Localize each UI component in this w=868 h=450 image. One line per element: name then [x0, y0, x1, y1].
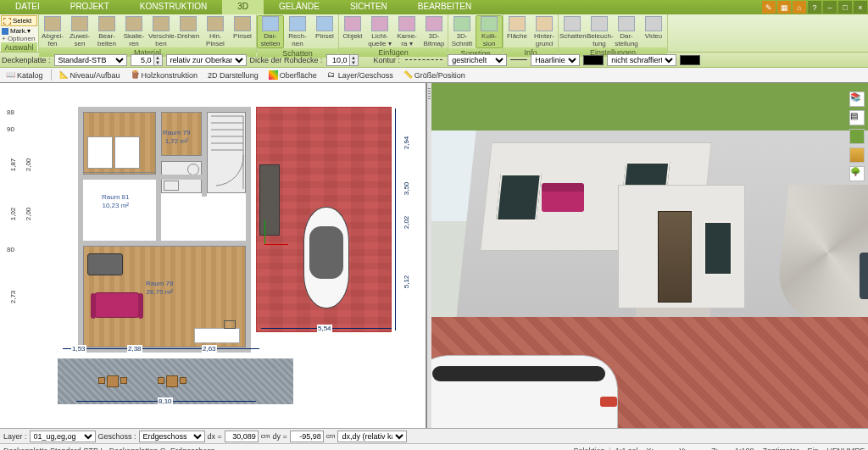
thickness-input[interactable] — [131, 54, 154, 66]
ribbon-item[interactable]: Beleuch-tung — [586, 16, 613, 47]
ribbon-icon — [564, 16, 581, 31]
sys-icon[interactable]: ⌂ — [793, 1, 806, 14]
ribbon-icon — [426, 16, 442, 31]
kontur-select[interactable]: gestrichelt — [448, 54, 507, 66]
geschoss-select[interactable]: Erdgeschoss — [139, 431, 205, 442]
menu-tab-bearbeiten[interactable]: BEARBEITEN — [403, 0, 487, 14]
coord-mode-select[interactable]: dx,dy (relativ ka — [337, 431, 407, 442]
menu-tab-gelaende[interactable]: GELÄNDE — [264, 0, 335, 14]
ribbon-icon — [316, 16, 333, 31]
tool-katalog[interactable]: 📖Katalog — [2, 69, 47, 81]
ribbon-item[interactable]: Bear-beiten — [93, 16, 120, 47]
spinner-icon[interactable]: ▲▼ — [154, 54, 163, 66]
help-icon[interactable]: ? — [808, 1, 821, 14]
ribbon-icon — [207, 16, 224, 31]
spinner-icon[interactable]: ▲▼ — [350, 54, 359, 66]
ribbon-group-einstellungen: SchattenBeleuch-tungDar-stellungVideoEin… — [559, 14, 668, 52]
ribbon-item[interactable]: Dar-stellen — [257, 15, 284, 48]
floor-view-icon[interactable]: ▤ — [849, 110, 865, 125]
cabinet-icon — [259, 164, 280, 236]
ribbon-item[interactable]: Licht-quelle ▾ — [366, 16, 393, 47]
tool-niveau[interactable]: 📐Niveau/Aufbau — [55, 69, 125, 81]
status-ein: Ein — [807, 447, 818, 451]
ribbon-item[interactable]: Abgrei-fen — [39, 16, 66, 47]
tool-layer[interactable]: 🗂Layer/Geschoss — [323, 69, 398, 81]
ribbon-item[interactable]: Rech-nen — [284, 16, 311, 47]
pane-2d-plan[interactable]: 88 90 1,87 2,00 1,02 2,00 80 2,73 Raum 7… — [0, 83, 427, 428]
vertical-dimensions: 88 90 1,87 2,00 1,02 2,00 80 2,73 — [0, 83, 39, 428]
status-x: X: — [646, 447, 654, 451]
pane-3d-view[interactable]: 📚 ▤ 🌳 — [431, 83, 868, 428]
tool-groesse[interactable]: 📏Größe/Position — [399, 69, 470, 81]
sys-icon[interactable]: ✎ — [762, 1, 776, 14]
maximize-icon[interactable]: □ — [838, 1, 852, 14]
color-swatch[interactable] — [583, 55, 604, 65]
ribbon-item-label: Schatten — [559, 32, 585, 40]
ribbon-group-sonstige: 3D-SchnittKolli-sionSonstige — [448, 14, 504, 52]
haarlinie-select[interactable]: Haarlinie — [531, 54, 580, 66]
ribbon-icon — [398, 16, 415, 31]
ribbon-item[interactable]: Kolli-sion — [476, 15, 503, 48]
ribbon-item[interactable]: Pinsel — [229, 16, 256, 40]
ribbon-item[interactable]: 3D-Bitmap — [420, 16, 448, 47]
menu-tab-sichten[interactable]: SICHTEN — [335, 0, 403, 14]
ribbon-item[interactable]: Objekt — [339, 16, 366, 40]
line-style-preview — [405, 59, 442, 60]
tool-2d[interactable]: 2D Darstellung — [203, 69, 263, 81]
patio-furniture — [100, 369, 125, 394]
options-button[interactable]: + Optionen — [1, 35, 37, 42]
side-panel-handle[interactable] — [860, 253, 868, 299]
ribbon-item[interactable]: Schatten — [559, 16, 586, 40]
ribbon-item[interactable]: Hin.Pinsel — [202, 16, 229, 47]
relative-select[interactable]: relativ zur Oberkan — [166, 54, 247, 66]
ribbon-item[interactable]: Skalie-ren — [120, 16, 147, 47]
layer-select[interactable]: 01_ug,eg,og — [30, 431, 96, 442]
tool-holz[interactable]: 🪵Holzkonstruktion — [126, 69, 203, 81]
ribbon-group-einfügen: ObjektLicht-quelle ▾Kame-ra ▾3D-BitmapEi… — [339, 14, 448, 52]
select-button[interactable]: Selekt — [1, 15, 37, 26]
ribbon-item[interactable]: Drehen — [175, 16, 202, 40]
ribbon-item-label: Verschie-ben — [148, 32, 174, 47]
ribbon-item[interactable]: Fläche — [504, 16, 531, 40]
tool-row: 📖Katalog 📐Niveau/Aufbau 🪵Holzkonstruktio… — [0, 68, 868, 83]
material-view-icon[interactable] — [849, 147, 865, 163]
status-scale: 1:100 — [735, 447, 754, 451]
schraffiert-select[interactable]: nicht schraffiert — [607, 54, 676, 66]
menu-tab-projekt[interactable]: PROJEKT — [55, 0, 125, 14]
hatch-swatch[interactable] — [680, 55, 700, 65]
sys-icon[interactable]: ▦ — [777, 1, 791, 14]
level-icon: 📐 — [59, 70, 69, 80]
minimize-icon[interactable]: – — [823, 1, 837, 14]
dim-garage-width: 5,54 — [261, 328, 392, 336]
tool-oberflaeche[interactable]: Oberfläche — [264, 69, 321, 81]
deckenplatte-select[interactable]: Standard-STB — [54, 54, 127, 66]
ribbon-item[interactable]: 3D-Schnitt — [448, 16, 476, 47]
ribbon-item-label: Video — [641, 32, 666, 40]
bed-icon — [114, 136, 140, 169]
ribbon-item[interactable]: Pinsel — [311, 16, 338, 40]
close-icon[interactable]: × — [854, 1, 867, 14]
geschoss-label: Geschoss : — [98, 432, 136, 441]
layers-view-icon[interactable]: 📚 — [849, 92, 865, 107]
ribbon-item[interactable]: Verschie-ben — [147, 16, 175, 47]
status-uf: UF — [827, 447, 837, 451]
tree-view-icon[interactable]: 🌳 — [849, 166, 865, 181]
ribbon-item-label: Dar-stellen — [259, 32, 282, 47]
ribbon-item[interactable]: Dar-stellung — [613, 16, 640, 47]
menu-tab-konstruktion[interactable]: KONSTRUKTION — [125, 0, 222, 14]
ribbon-item[interactable]: Kame-ra ▾ — [393, 16, 420, 47]
mark-button[interactable]: Mark.▾ — [1, 27, 37, 35]
ribbon-item[interactable]: Hinter-grund — [531, 16, 558, 47]
ribbon-item[interactable]: Video — [640, 16, 667, 40]
bottom-input-bar: Layer : 01_ug,eg,og Geschoss : Erdgescho… — [0, 428, 868, 443]
menu-tab-datei[interactable]: DATEI — [0, 0, 55, 14]
dx-input[interactable] — [225, 431, 259, 442]
dy-input[interactable] — [290, 431, 324, 442]
grass-view-icon[interactable] — [849, 129, 865, 144]
layer-icon: 🗂 — [327, 70, 337, 80]
stairwell — [207, 112, 246, 193]
menu-tab-3d[interactable]: 3D — [222, 0, 264, 14]
ribbon-group-label: Auswahl — [1, 42, 37, 52]
rohdecke-input[interactable] — [326, 54, 350, 66]
ribbon-item[interactable]: Zuwei-sen — [66, 16, 93, 47]
